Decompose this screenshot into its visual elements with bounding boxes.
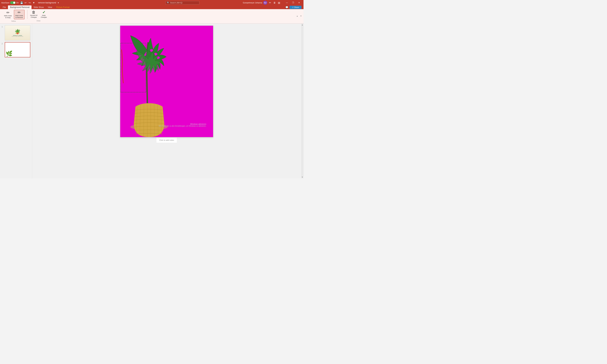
notes-bar[interactable]: Click to add notes bbox=[157, 137, 177, 143]
refine-group-label: Refine bbox=[12, 20, 16, 22]
menu-file[interactable]: File bbox=[1, 5, 8, 9]
search-placeholder: Search (Alt+Q) bbox=[170, 2, 182, 4]
mark-remove-label: Mark Areasto Remove bbox=[15, 15, 23, 18]
restore-btn[interactable]: ❐ bbox=[290, 0, 296, 5]
avatar: GJ bbox=[263, 1, 267, 5]
titlebar-right: Gumpelmeyer Johanna GJ ✏ 🖥 ▤ — ❐ ✕ bbox=[243, 0, 302, 5]
autosave-state: On bbox=[16, 2, 19, 4]
scroll-down-btn[interactable]: ▼ bbox=[301, 176, 303, 178]
redo-icon[interactable]: ↪ bbox=[28, 1, 31, 4]
ribbon-group-refine: ✏ Mark Areasto Keep ✏ Mark Areasto Remov… bbox=[1, 10, 26, 19]
keep-label: KeepChanges bbox=[41, 14, 47, 18]
ribbon-group-close: 🗑 Discard AllChanges ✓ KeepChanges Close bbox=[27, 10, 50, 19]
titlebar: AutoSave On 💾 ↩ ↪ ▼ remove-background ▼ … bbox=[0, 0, 303, 5]
keep-changes-button[interactable]: ✓ KeepChanges bbox=[40, 10, 48, 19]
file-name-arrow: ▼ bbox=[57, 2, 59, 4]
undo-icon[interactable]: ↩ bbox=[24, 1, 27, 4]
ribbon-scroll-down[interactable]: ▼ bbox=[300, 10, 302, 22]
file-name: remove-background bbox=[38, 1, 56, 4]
slide-thumb-2[interactable]: 🌿 bbox=[5, 42, 30, 57]
main-area: 1 🪴 TROPICAL LEAVES REMOVE IMAGE BACKGRO… bbox=[0, 24, 303, 178]
autosave-toggle[interactable] bbox=[10, 1, 15, 4]
user-name: Gumpelmeyer Johanna bbox=[243, 2, 262, 4]
share-label: Share bbox=[294, 6, 299, 8]
thumb-content-1: 🪴 TROPICAL LEAVES REMOVE IMAGE BACKGROUN… bbox=[5, 25, 30, 40]
right-scrollbar[interactable]: ▲ ▼ bbox=[301, 24, 303, 178]
refine-buttons: ✏ Mark Areasto Keep ✏ Mark Areasto Remov… bbox=[3, 10, 25, 19]
comments-icon[interactable]: 💬 bbox=[285, 6, 288, 9]
slide-panel: 1 🪴 TROPICAL LEAVES REMOVE IMAGE BACKGRO… bbox=[0, 24, 32, 178]
menu-background-removal[interactable]: Background Removal bbox=[8, 5, 31, 9]
close-btn[interactable]: ✕ bbox=[296, 0, 302, 5]
slide-thumb-1[interactable]: 🪴 TROPICAL LEAVES REMOVE IMAGE BACKGROUN… bbox=[5, 25, 30, 40]
menu-slide-show[interactable]: Slide Show bbox=[31, 5, 46, 9]
slide-number-2: 2 bbox=[2, 43, 4, 45]
menu-picture-format[interactable]: Picture Format bbox=[54, 5, 72, 9]
ribbon-icon[interactable]: ▤ bbox=[277, 1, 281, 4]
slide-item-1[interactable]: 1 🪴 TROPICAL LEAVES REMOVE IMAGE BACKGRO… bbox=[1, 25, 31, 41]
customize-icon[interactable]: ▼ bbox=[32, 1, 35, 4]
slide-number-1: 1 bbox=[2, 26, 4, 28]
slide-item-2[interactable]: 2 🌿 bbox=[1, 42, 31, 58]
keep-icon: ✓ bbox=[42, 11, 45, 14]
discard-label: Discard AllChanges bbox=[30, 14, 37, 18]
menu-view[interactable]: View bbox=[46, 5, 54, 9]
discard-changes-button[interactable]: 🗑 Discard AllChanges bbox=[29, 10, 39, 19]
slide-canvas[interactable]: Windows aktivieren Wechseln Sie zu den E… bbox=[120, 26, 213, 137]
slide-background: Windows aktivieren Wechseln Sie zu den E… bbox=[120, 26, 213, 137]
menu-tabs: File Background Removal Slide Show View … bbox=[0, 5, 303, 9]
mark-keep-label: Mark Areasto Keep bbox=[4, 15, 12, 19]
search-box[interactable]: 🔍 Search (Alt+Q) bbox=[165, 1, 199, 5]
notes-placeholder: Click to add notes bbox=[159, 139, 174, 141]
share-icon: ↗ bbox=[292, 6, 294, 8]
mark-areas-remove-button[interactable]: ✏ Mark Areasto Remove bbox=[14, 10, 25, 19]
ribbon: ✏ Mark Areasto Keep ✏ Mark Areasto Remov… bbox=[0, 9, 303, 24]
user-area: Gumpelmeyer Johanna GJ bbox=[243, 1, 267, 5]
ribbon-scroll-up[interactable]: ▲ bbox=[296, 10, 298, 22]
plant-svg bbox=[120, 26, 181, 137]
window-controls: — ❐ ✕ bbox=[284, 0, 302, 5]
pen-icon[interactable]: ✏ bbox=[269, 1, 272, 4]
mark-remove-icon: ✏ bbox=[18, 11, 21, 14]
autosave-label: AutoSave bbox=[1, 2, 10, 4]
minimize-btn[interactable]: — bbox=[284, 0, 290, 5]
thumb-plant-icon-2: 🌿 bbox=[6, 51, 13, 56]
close-group-label: Close bbox=[37, 20, 40, 22]
scroll-up-btn[interactable]: ▲ bbox=[301, 24, 303, 26]
discard-icon: 🗑 bbox=[32, 11, 36, 14]
share-button[interactable]: ↗ Share bbox=[290, 6, 301, 9]
titlebar-icons: 💾 ↩ ↪ ▼ bbox=[20, 1, 35, 4]
close-buttons: 🗑 Discard AllChanges ✓ KeepChanges bbox=[29, 10, 48, 19]
search-icon: 🔍 bbox=[167, 2, 169, 4]
canvas-area: Windows aktivieren Wechseln Sie zu den E… bbox=[32, 24, 301, 178]
thumb-content-2: 🌿 bbox=[5, 42, 30, 57]
autosave-area: AutoSave On bbox=[1, 1, 19, 4]
display-icon[interactable]: 🖥 bbox=[273, 1, 276, 4]
mark-areas-keep-button[interactable]: ✏ Mark Areasto Keep bbox=[3, 10, 13, 19]
thumb-subtitle-1: REMOVE IMAGE BACKGROUND bbox=[12, 36, 23, 37]
save-icon[interactable]: 💾 bbox=[20, 1, 23, 4]
mark-keep-icon: ✏ bbox=[6, 11, 10, 14]
titlebar-left: AutoSave On 💾 ↩ ↪ ▼ remove-background ▼ bbox=[1, 1, 122, 4]
